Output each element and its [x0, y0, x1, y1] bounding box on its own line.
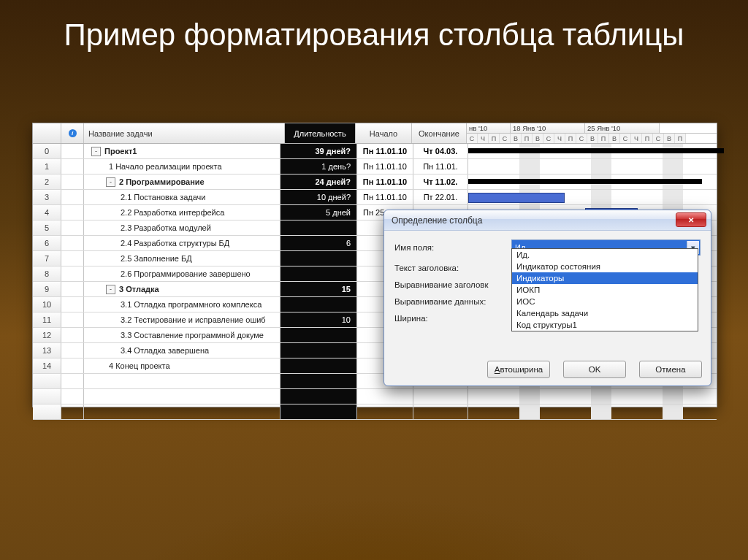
start-cell[interactable]: Пн 11.01.10 — [357, 174, 413, 189]
task-name-cell[interactable]: 3.3 Составление программной докуме — [84, 328, 280, 342]
timeline-day: Ч — [478, 134, 489, 143]
header-finish[interactable]: Окончание — [412, 123, 467, 143]
gantt-bar[interactable] — [468, 193, 565, 203]
slide-title: Пример форматирования столбца таблицы — [0, 18, 748, 53]
start-cell[interactable]: Пн 11.01.10 — [357, 144, 413, 158]
expand-toggle-icon[interactable]: - — [106, 177, 115, 187]
row-indicator — [61, 343, 84, 358]
duration-cell[interactable] — [280, 328, 357, 342]
task-name-cell[interactable]: 3.2 Тестирование и исправление ошиб — [84, 312, 280, 327]
timeline-day: В — [664, 134, 675, 143]
duration-cell[interactable]: 39 дней? — [280, 144, 357, 158]
dropdown-option[interactable]: Индикатор состояния — [512, 261, 698, 272]
timeline-day: П — [675, 134, 686, 143]
timeline-day: С — [653, 134, 664, 143]
task-name: 2 Программирование — [119, 177, 205, 186]
row-indicator — [61, 190, 84, 204]
duration-cell[interactable]: 1 день? — [280, 159, 357, 174]
duration-cell[interactable] — [280, 297, 357, 312]
duration-cell[interactable]: 15 — [280, 282, 357, 296]
table-row[interactable]: 0-Проект139 дней?Пн 11.01.10Чт 04.03. — [33, 144, 717, 159]
dropdown-option[interactable]: Индикаторы — [512, 272, 698, 284]
row-indicator — [61, 297, 84, 312]
finish-cell[interactable]: Чт 04.03. — [413, 144, 468, 158]
timeline-day: П — [565, 134, 576, 143]
screenshot-panel: i Название задачи Длительность Начало Ок… — [32, 123, 717, 407]
task-name: 1 Начало реализации проекта — [109, 162, 222, 171]
task-name-cell[interactable]: 1 Начало реализации проекта — [84, 159, 280, 174]
timeline-day: С — [500, 134, 511, 143]
row-indicator — [61, 159, 84, 174]
task-name-cell[interactable]: 2.5 Заполнение БД — [84, 251, 280, 266]
close-icon[interactable]: ✕ — [676, 212, 706, 227]
duration-cell[interactable] — [280, 358, 357, 373]
row-id: 3 — [33, 190, 61, 204]
timeline-day: П — [522, 134, 533, 143]
task-name-cell[interactable]: 3.4 Отладка завершена — [84, 343, 280, 358]
row-id: 8 — [33, 266, 61, 281]
gantt-bar[interactable] — [468, 179, 702, 184]
header-start[interactable]: Начало — [356, 123, 412, 143]
label-align-title: Выравнивание заголовк — [394, 280, 511, 289]
table-row[interactable]: 2-2 Программирование24 дней?Пн 11.01.10Ч… — [33, 174, 717, 190]
task-name-cell[interactable]: -2 Программирование — [84, 174, 280, 189]
task-name-cell[interactable]: -Проект1 — [84, 144, 280, 158]
task-name-cell[interactable]: 2.6 Программирование завершено — [84, 266, 280, 281]
dialog-titlebar[interactable]: Определение столбца ✕ — [384, 210, 711, 231]
timeline-day: Ч — [554, 134, 565, 143]
dropdown-option[interactable]: Код структуры1 — [512, 319, 698, 331]
task-name-cell[interactable]: 4 Конец проекта — [84, 358, 280, 373]
duration-cell[interactable]: 10 дней? — [280, 190, 357, 204]
table-row[interactable]: 32.1 Постановка задачи10 дней?Пн 11.01.1… — [33, 190, 717, 205]
table-row[interactable]: 11 Начало реализации проекта1 день?Пн 11… — [33, 159, 717, 174]
header-indicator[interactable]: i — [61, 123, 84, 143]
header-duration[interactable]: Длительность — [285, 123, 356, 143]
finish-cell[interactable]: Пт 22.01. — [413, 190, 468, 204]
duration-cell[interactable] — [280, 266, 357, 281]
expand-toggle-icon[interactable]: - — [106, 285, 115, 294]
start-cell[interactable]: Пн 11.01.10 — [357, 190, 413, 204]
gantt-cell — [468, 159, 717, 174]
gantt-bar[interactable] — [468, 148, 724, 153]
gantt-cell — [468, 190, 717, 204]
expand-toggle-icon[interactable]: - — [91, 147, 101, 156]
dropdown-option[interactable]: Ид. — [512, 249, 698, 261]
autowidth-button[interactable]: Автоширина — [487, 361, 550, 378]
task-name: 3.3 Составление программной докуме — [121, 331, 264, 340]
duration-cell[interactable] — [280, 343, 357, 358]
duration-cell[interactable]: 24 дней? — [280, 174, 357, 189]
duration-cell[interactable]: 10 — [280, 312, 357, 327]
field-name-dropdown[interactable]: Ид.Индикатор состоянияИндикаторыИОКПИОСК… — [511, 248, 698, 331]
task-name-cell[interactable]: 3.1 Отладка программного комплекса — [84, 297, 280, 312]
task-name-cell[interactable]: 2.4 Разработка структуры БД — [84, 236, 280, 250]
task-name-cell[interactable]: 2.2 Разработка интерфейса — [84, 205, 280, 220]
dialog-title-text: Определение столбца — [392, 215, 482, 226]
duration-cell[interactable]: 6 — [280, 236, 357, 250]
header-rownum[interactable] — [33, 123, 61, 143]
row-id: 11 — [33, 312, 61, 327]
cancel-button[interactable]: Отмена — [639, 361, 702, 378]
dropdown-option[interactable]: ИОКП — [512, 284, 698, 296]
task-name-cell[interactable]: 2.3 Разработка модулей — [84, 220, 280, 235]
duration-cell[interactable] — [280, 251, 357, 266]
task-name-cell[interactable]: -3 Отладка — [84, 282, 280, 296]
start-cell[interactable]: Пн 11.01.10 — [357, 159, 413, 174]
dropdown-option[interactable]: ИОС — [512, 296, 698, 307]
task-name-cell[interactable]: 2.1 Постановка задачи — [84, 190, 280, 204]
row-id: 9 — [33, 282, 61, 296]
finish-cell[interactable]: Пн 11.01. — [413, 159, 468, 174]
header-task-name[interactable]: Название задачи — [84, 123, 285, 143]
task-name: 2.3 Разработка модулей — [121, 223, 211, 232]
task-name: 2.6 Программирование завершено — [121, 269, 251, 278]
row-id: 6 — [33, 236, 61, 250]
duration-cell[interactable] — [280, 220, 357, 235]
label-field-name: Имя поля: — [394, 243, 511, 252]
timeline-day: С — [620, 134, 631, 143]
row-indicator — [61, 282, 84, 296]
gantt-cell — [468, 144, 717, 158]
dropdown-option[interactable]: Календарь задачи — [512, 307, 698, 319]
duration-cell[interactable]: 5 дней — [280, 205, 357, 220]
finish-cell[interactable]: Чт 11.02. — [413, 174, 468, 189]
ok-button[interactable]: OK — [563, 361, 626, 378]
task-name: 3.2 Тестирование и исправление ошиб — [121, 315, 266, 324]
